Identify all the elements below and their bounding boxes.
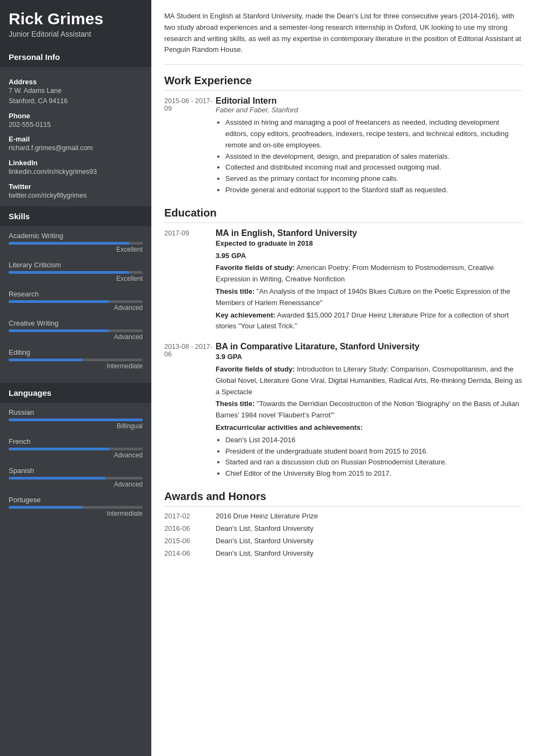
skill-bar-fill xyxy=(9,329,109,332)
twitter-label: Twitter xyxy=(9,183,143,191)
language-item: Russian Billingual xyxy=(9,408,143,430)
language-item: Portugese Intermediate xyxy=(9,496,143,517)
work-experience-section: Work Experience 2015-06 - 2017-09 Editor… xyxy=(164,75,522,196)
education-entry: 2013-08 - 2017-06 BA in Comparative Lita… xyxy=(164,342,522,480)
skill-item: Creative Writing Advanced xyxy=(9,319,143,341)
award-text: Dean's List, Stanford University xyxy=(216,549,522,557)
skill-bar-bg xyxy=(9,329,143,332)
skill-bar-fill xyxy=(9,271,129,274)
skill-level: Excellent xyxy=(9,275,143,282)
email-value: richard.f.grimes@gmail.com xyxy=(9,143,143,153)
edu-title: BA in Comparative Litarature, Stanford U… xyxy=(216,342,522,352)
award-row: 2017-02 2016 Drue Heinz Literature Prize xyxy=(164,512,522,520)
award-text: Dean's List, Stanford University xyxy=(216,537,522,545)
language-bar-bg xyxy=(9,448,143,450)
main-content: MA Student in English at Stanford Univer… xyxy=(151,0,535,756)
language-bar-bg xyxy=(9,418,143,421)
edu-thesis: Thesis title: "An Analysis of the Impact… xyxy=(216,286,522,309)
entry-date: 2015-06 - 2017-09 xyxy=(164,96,216,196)
education-section: Education 2017-09 MA in English, Stanfor… xyxy=(164,207,522,480)
edu-extracurricular-list: Dean's List 2014-2016President of the un… xyxy=(225,435,522,480)
education-entry: 2017-09 MA in English, Stanford Universi… xyxy=(164,228,522,333)
skill-name: Research xyxy=(9,290,143,298)
personal-info-header: Personal Info xyxy=(0,47,151,67)
education-title: Education xyxy=(164,207,522,223)
address-line1: 7 W. Adams Lane xyxy=(9,86,143,96)
skill-name: Editing xyxy=(9,348,143,356)
address-line2: Stanford, CA 94116 xyxy=(9,96,143,106)
languages-section: Russian Billingual French Advanced Spani… xyxy=(0,403,151,530)
entry-subtitle: Faber and Faber, Stanford xyxy=(216,106,522,114)
entry-bullets: Assisted in hiring and managing a pool o… xyxy=(225,117,522,196)
award-text: Dean's List, Stanford University xyxy=(216,524,522,532)
skill-item: Academic Writing Excellent xyxy=(9,232,143,253)
phone-label: Phone xyxy=(9,112,143,120)
language-bar-fill xyxy=(9,506,82,509)
skills-header: Skills xyxy=(0,206,151,226)
edu-date: 2017-09 xyxy=(164,228,216,333)
candidate-title: Junior Editorial Assistant xyxy=(9,30,143,38)
award-date: 2017-02 xyxy=(164,512,216,520)
award-text: 2016 Drue Heinz Literature Prize xyxy=(216,512,522,520)
award-row: 2015-06 Dean's List, Stanford University xyxy=(164,537,522,545)
skill-name: Creative Writing xyxy=(9,319,143,327)
edu-extracurricular-label: Extracurricular activities and achieveme… xyxy=(216,422,522,434)
linkedin-label: LinkedIn xyxy=(9,159,143,167)
language-name: French xyxy=(9,437,143,446)
address-label: Address xyxy=(9,78,143,86)
skill-level: Advanced xyxy=(9,333,143,341)
entry-title: Editorial Intern xyxy=(216,96,522,106)
edu-fields: Favorite fields of study: Introduction t… xyxy=(216,364,522,397)
award-row: 2014-06 Dean's List, Stanford University xyxy=(164,549,522,557)
skill-bar-bg xyxy=(9,300,143,303)
language-level: Billingual xyxy=(9,422,143,430)
edu-gpa: 3.9 GPA xyxy=(216,352,522,363)
skill-item: Editing Intermediate xyxy=(9,348,143,370)
skill-bar-fill xyxy=(9,242,129,245)
edu-date: 2013-08 - 2017-06 xyxy=(164,342,216,480)
email-label: E-mail xyxy=(9,135,143,143)
edu-grad: Expected to graduate in 2018 xyxy=(216,238,522,249)
edu-fields: Favorite fields of study: American Poetr… xyxy=(216,262,522,285)
edu-body: BA in Comparative Litarature, Stanford U… xyxy=(216,342,522,480)
language-bar-fill xyxy=(9,477,105,480)
language-level: Advanced xyxy=(9,451,143,459)
skill-bar-bg xyxy=(9,271,143,274)
language-name: Spanish xyxy=(9,467,143,475)
edu-gpa: 3.95 GPA xyxy=(216,251,522,262)
language-name: Portugese xyxy=(9,496,143,504)
edu-achievement: Key achievement: Awarded $15,000 2017 Dr… xyxy=(216,310,522,333)
phone-value: 202-555-0115 xyxy=(9,120,143,130)
work-experience-title: Work Experience xyxy=(164,75,522,91)
edu-body: MA in English, Stanford UniversityExpect… xyxy=(216,228,522,333)
summary-text: MA Student in English at Stanford Univer… xyxy=(164,11,522,65)
linkedin-value: linkedin.com/in/rickygrimes93 xyxy=(9,167,143,177)
skills-section: Academic Writing Excellent Literary Crit… xyxy=(0,226,151,383)
language-item: French Advanced xyxy=(9,437,143,459)
twitter-value: twitter.com/rickyfillygrimes xyxy=(9,191,143,201)
language-item: Spanish Advanced xyxy=(9,467,143,488)
skill-name: Academic Writing xyxy=(9,232,143,240)
entry-body: Editorial Intern Faber and Faber, Stanfo… xyxy=(216,96,522,196)
sidebar: Rick Grimes Junior Editorial Assistant P… xyxy=(0,0,151,756)
language-bar-bg xyxy=(9,506,143,509)
skill-item: Research Advanced xyxy=(9,290,143,312)
language-bar-bg xyxy=(9,477,143,480)
award-date: 2015-06 xyxy=(164,537,216,545)
skill-bar-fill xyxy=(9,359,82,361)
skill-level: Excellent xyxy=(9,246,143,253)
skill-item: Literary Criticism Excellent xyxy=(9,261,143,282)
candidate-name: Rick Grimes xyxy=(9,10,143,28)
work-entry: 2015-06 - 2017-09 Editorial Intern Faber… xyxy=(164,96,522,196)
sidebar-header: Rick Grimes Junior Editorial Assistant xyxy=(0,0,151,47)
skill-name: Literary Criticism xyxy=(9,261,143,269)
language-level: Advanced xyxy=(9,481,143,488)
skill-level: Intermediate xyxy=(9,362,143,370)
language-name: Russian xyxy=(9,408,143,416)
skill-bar-fill xyxy=(9,300,109,303)
skill-level: Advanced xyxy=(9,304,143,312)
languages-header: Languages xyxy=(0,383,151,403)
language-bar-fill xyxy=(9,418,143,421)
personal-info-section: Address 7 W. Adams Lane Stanford, CA 941… xyxy=(0,67,151,206)
award-date: 2014-06 xyxy=(164,549,216,557)
